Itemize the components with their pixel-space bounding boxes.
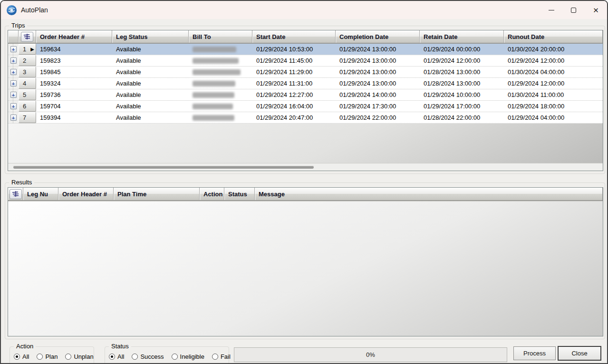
table-row[interactable]: + 3 ▶ 159845 Available 01/29/2024 11:29:… — [8, 67, 603, 78]
cell-leg-status[interactable]: Available — [112, 67, 189, 77]
column-header-plan-time[interactable]: Plan Time — [114, 188, 200, 200]
radio-status-success[interactable]: Success — [132, 353, 164, 360]
column-header-start-date[interactable]: Start Date — [252, 30, 336, 43]
table-row[interactable]: + 6 ▶ 159704 Available 01/29/2024 16:04:… — [8, 101, 603, 112]
cell-runout-date[interactable]: 01/30/2024 11:00:00 — [504, 89, 603, 100]
cell-completion-date[interactable]: 01/29/2024 13:00:00 — [336, 67, 420, 77]
cell-retain-date[interactable]: 01/28/2024 13:00:00 — [420, 67, 504, 77]
cell-runout-date[interactable]: 01/30/2024 20:00:00 — [504, 44, 603, 55]
row-number-cell[interactable]: 4 ▶ — [19, 78, 36, 89]
cell-bill-to[interactable] — [189, 89, 252, 100]
table-row[interactable]: + 2 ▶ 159823 Available 01/29/2024 11:45:… — [8, 55, 603, 67]
column-header-leg-nu[interactable]: Leg Nu — [23, 188, 58, 200]
expand-row-button[interactable]: + — [10, 103, 17, 109]
column-header-bill-to[interactable]: Bill To — [189, 30, 252, 43]
column-header-completion-date[interactable]: Completion Date — [336, 30, 420, 43]
cell-retain-date[interactable]: 01/29/2024 12:00:00 — [420, 55, 504, 66]
cell-start-date[interactable]: 01/29/2024 12:27:00 — [252, 89, 336, 100]
cell-leg-status[interactable]: Available — [112, 89, 189, 100]
radio-status-ineligible[interactable]: Ineligible — [172, 353, 204, 360]
radio-action-all[interactable]: All — [14, 353, 29, 360]
row-number-cell[interactable]: 6 ▶ — [19, 101, 36, 112]
cell-completion-date[interactable]: 01/29/2024 13:00:00 — [336, 78, 420, 89]
column-header-status[interactable]: Status — [224, 188, 255, 200]
cell-bill-to[interactable] — [189, 101, 252, 112]
expand-row-button[interactable]: + — [10, 57, 17, 64]
row-number-cell[interactable]: 7 ▶ — [19, 112, 36, 123]
cell-leg-status[interactable]: Available — [112, 101, 189, 112]
cell-runout-date[interactable]: 01/29/2024 12:00:00 — [504, 78, 603, 89]
process-button[interactable]: Process — [513, 346, 556, 360]
cell-bill-to[interactable] — [189, 67, 252, 77]
cell-start-date[interactable]: 01/29/2024 20:47:00 — [252, 112, 336, 123]
column-header-leg-status[interactable]: Leg Status — [112, 30, 189, 43]
cell-retain-date[interactable]: 01/28/2024 13:00:00 — [420, 78, 504, 89]
horizontal-scrollbar[interactable] — [8, 163, 603, 171]
radio-status-fail[interactable]: Fail — [212, 353, 231, 360]
column-header-runout-date[interactable]: Runout Date — [504, 30, 603, 43]
table-row[interactable]: + 5 ▶ 159736 Available 01/29/2024 12:27:… — [8, 89, 603, 101]
cell-start-date[interactable]: 01/29/2024 16:04:00 — [252, 101, 336, 112]
row-number-cell[interactable]: 1 ▶ — [19, 44, 36, 55]
cell-runout-date[interactable]: 01/29/2024 12:00:00 — [504, 55, 603, 66]
column-header-retain-date[interactable]: Retain Date — [420, 30, 504, 43]
cell-completion-date[interactable]: 01/29/2024 17:30:00 — [336, 101, 420, 112]
row-indicator-header[interactable] — [8, 188, 23, 200]
column-header-message[interactable]: Message — [255, 188, 603, 200]
cell-order-header[interactable]: 159845 — [36, 67, 112, 77]
cell-bill-to[interactable] — [189, 55, 252, 66]
expand-row-button[interactable]: + — [10, 115, 17, 121]
cell-bill-to[interactable] — [189, 112, 252, 123]
column-header-order-header[interactable]: Order Header # — [58, 188, 114, 200]
close-window-button[interactable]: ✕ — [585, 1, 607, 19]
scrollbar-thumb[interactable] — [13, 166, 314, 169]
cell-completion-date[interactable]: 01/29/2024 13:00:00 — [336, 55, 420, 66]
cell-runout-date[interactable]: 01/29/2024 04:00:00 — [504, 112, 603, 123]
cell-completion-date[interactable]: 01/29/2024 22:00:00 — [336, 112, 420, 123]
maximize-button[interactable] — [562, 1, 585, 19]
cell-start-date[interactable]: 01/29/2024 11:45:00 — [252, 55, 336, 66]
radio-action-unplan[interactable]: Unplan — [65, 353, 93, 360]
cell-completion-date[interactable]: 01/29/2024 14:00:00 — [336, 89, 420, 100]
cell-start-date[interactable]: 01/29/2024 11:31:00 — [252, 78, 336, 89]
cell-order-header[interactable]: 159704 — [36, 101, 112, 112]
expand-row-button[interactable]: + — [10, 92, 17, 98]
cell-retain-date[interactable]: 01/29/2024 00:00:00 — [420, 44, 504, 55]
expand-row-button[interactable]: + — [10, 80, 17, 86]
row-indicator-header[interactable] — [19, 30, 36, 43]
cell-leg-status[interactable]: Available — [112, 78, 189, 89]
row-number-cell[interactable]: 2 ▶ — [19, 55, 36, 66]
cell-start-date[interactable]: 01/29/2024 11:29:00 — [252, 67, 336, 77]
cell-order-header[interactable]: 159823 — [36, 55, 112, 66]
table-row[interactable]: + 7 ▶ 159394 Available 01/29/2024 20:47:… — [8, 112, 603, 124]
cell-order-header[interactable]: 159634 — [36, 44, 112, 55]
cell-retain-date[interactable]: 01/29/2024 10:00:00 — [420, 89, 504, 100]
cell-completion-date[interactable]: 01/29/2024 13:00:00 — [336, 44, 420, 55]
cell-retain-date[interactable]: 01/28/2024 22:00:00 — [420, 112, 504, 123]
cell-start-date[interactable]: 01/29/2024 10:53:00 — [252, 44, 336, 55]
row-number-cell[interactable]: 3 ▶ — [19, 67, 36, 77]
cell-retain-date[interactable]: 01/29/2024 17:00:00 — [420, 101, 504, 112]
title-bar[interactable]: AutoPlan ✕ — [1, 1, 607, 19]
expand-row-button[interactable]: + — [10, 46, 17, 52]
table-row[interactable]: + 1 ▶ 159634 Available 01/29/2024 10:53:… — [8, 44, 603, 55]
column-header-order-header[interactable]: Order Header # — [36, 30, 112, 43]
cell-runout-date[interactable]: 01/29/2024 18:00:00 — [504, 101, 603, 112]
cell-leg-status[interactable]: Available — [112, 44, 189, 55]
minimize-button[interactable] — [540, 1, 562, 19]
cell-runout-date[interactable]: 01/30/2024 04:00:00 — [504, 67, 603, 77]
radio-action-plan[interactable]: Plan — [37, 353, 58, 360]
radio-status-all[interactable]: All — [109, 353, 124, 360]
cell-order-header[interactable]: 159324 — [36, 78, 112, 89]
cell-bill-to[interactable] — [189, 78, 252, 89]
column-header-action[interactable]: Action — [200, 188, 224, 200]
cell-leg-status[interactable]: Available — [112, 112, 189, 123]
cell-bill-to[interactable] — [189, 44, 252, 55]
cell-leg-status[interactable]: Available — [112, 55, 189, 66]
cell-order-header[interactable]: 159736 — [36, 89, 112, 100]
expand-row-button[interactable]: + — [10, 69, 17, 75]
close-button[interactable]: Close — [558, 346, 601, 361]
cell-order-header[interactable]: 159394 — [36, 112, 112, 123]
row-number-cell[interactable]: 5 ▶ — [19, 89, 36, 100]
table-row[interactable]: + 4 ▶ 159324 Available 01/29/2024 11:31:… — [8, 78, 603, 89]
